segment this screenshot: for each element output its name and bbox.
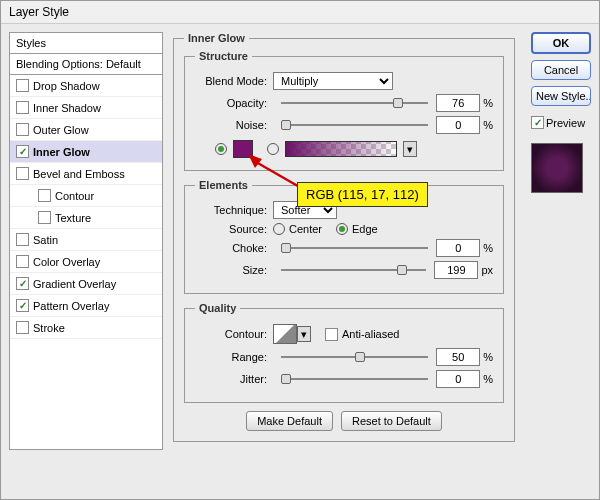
quality-legend: Quality <box>195 302 240 314</box>
anti-aliased-label: Anti-aliased <box>342 328 399 340</box>
range-slider[interactable] <box>281 350 428 364</box>
style-item-checkbox[interactable] <box>16 277 29 290</box>
window-title: Layer Style <box>1 1 599 24</box>
size-input[interactable] <box>434 261 478 279</box>
style-item-label: Bevel and Emboss <box>33 168 125 180</box>
style-item-inner-shadow[interactable]: Inner Shadow <box>10 97 162 119</box>
quality-group: Quality Contour: ▾ Anti-aliased Range: % <box>184 302 504 403</box>
elements-legend: Elements <box>195 179 252 191</box>
source-center-label: Center <box>289 223 322 235</box>
style-item-drop-shadow[interactable]: Drop Shadow <box>10 75 162 97</box>
glow-color-solid-radio[interactable] <box>215 143 227 155</box>
style-item-contour[interactable]: Contour <box>10 185 162 207</box>
annotation-callout: RGB (115, 17, 112) <box>297 182 428 207</box>
choke-label: Choke: <box>195 242 273 254</box>
style-item-pattern-overlay[interactable]: Pattern Overlay <box>10 295 162 317</box>
source-edge-radio[interactable] <box>336 223 348 235</box>
glow-gradient-preview[interactable] <box>285 141 397 157</box>
preview-checkbox[interactable] <box>531 116 544 129</box>
style-item-label: Pattern Overlay <box>33 300 109 312</box>
opacity-label: Opacity: <box>195 97 273 109</box>
preview-thumbnail <box>531 143 583 193</box>
inner-glow-legend: Inner Glow <box>184 32 249 44</box>
style-item-label: Stroke <box>33 322 65 334</box>
jitter-slider[interactable] <box>281 372 428 386</box>
style-item-checkbox[interactable] <box>16 299 29 312</box>
style-item-checkbox[interactable] <box>16 123 29 136</box>
jitter-label: Jitter: <box>195 373 273 385</box>
jitter-unit: % <box>483 373 493 385</box>
anti-aliased-checkbox[interactable] <box>325 328 338 341</box>
inner-glow-fieldset: Inner Glow Structure Blend Mode: Multipl… <box>173 32 515 442</box>
choke-slider[interactable] <box>281 241 428 255</box>
style-item-label: Satin <box>33 234 58 246</box>
source-center-radio[interactable] <box>273 223 285 235</box>
style-item-label: Drop Shadow <box>33 80 100 92</box>
style-item-checkbox[interactable] <box>16 233 29 246</box>
blending-options-row[interactable]: Blending Options: Default <box>10 54 162 75</box>
range-unit: % <box>483 351 493 363</box>
styles-panel: Styles Blending Options: Default Drop Sh… <box>9 32 163 450</box>
style-item-label: Gradient Overlay <box>33 278 116 290</box>
style-item-outer-glow[interactable]: Outer Glow <box>10 119 162 141</box>
style-item-checkbox[interactable] <box>16 145 29 158</box>
new-style-button[interactable]: New Style... <box>531 86 591 106</box>
noise-slider[interactable] <box>281 118 428 132</box>
source-label: Source: <box>195 223 273 235</box>
size-slider[interactable] <box>281 263 426 277</box>
structure-group: Structure Blend Mode: Multiply Opacity: … <box>184 50 504 171</box>
main-panel: Inner Glow Structure Blend Mode: Multipl… <box>173 32 515 450</box>
glow-color-swatch[interactable] <box>233 140 253 158</box>
size-unit: px <box>481 264 493 276</box>
style-item-label: Texture <box>55 212 91 224</box>
range-input[interactable] <box>436 348 480 366</box>
style-item-checkbox[interactable] <box>16 321 29 334</box>
structure-legend: Structure <box>195 50 252 62</box>
style-item-stroke[interactable]: Stroke <box>10 317 162 339</box>
jitter-input[interactable] <box>436 370 480 388</box>
technique-label: Technique: <box>195 204 273 216</box>
style-item-label: Inner Shadow <box>33 102 101 114</box>
style-item-label: Inner Glow <box>33 146 90 158</box>
styles-header[interactable]: Styles <box>10 33 162 54</box>
style-item-texture[interactable]: Texture <box>10 207 162 229</box>
make-default-button[interactable]: Make Default <box>246 411 333 431</box>
blend-mode-label: Blend Mode: <box>195 75 273 87</box>
style-item-label: Contour <box>55 190 94 202</box>
style-item-checkbox[interactable] <box>38 189 51 202</box>
style-item-checkbox[interactable] <box>16 255 29 268</box>
reset-default-button[interactable]: Reset to Default <box>341 411 442 431</box>
style-item-checkbox[interactable] <box>16 167 29 180</box>
choke-input[interactable] <box>436 239 480 257</box>
style-item-satin[interactable]: Satin <box>10 229 162 251</box>
style-item-inner-glow[interactable]: Inner Glow <box>10 141 162 163</box>
choke-unit: % <box>483 242 493 254</box>
style-item-bevel-and-emboss[interactable]: Bevel and Emboss <box>10 163 162 185</box>
contour-dropdown-button[interactable]: ▾ <box>297 326 311 342</box>
source-edge-label: Edge <box>352 223 378 235</box>
layer-style-dialog: Layer Style Styles Blending Options: Def… <box>0 0 600 500</box>
noise-label: Noise: <box>195 119 273 131</box>
style-item-gradient-overlay[interactable]: Gradient Overlay <box>10 273 162 295</box>
style-item-color-overlay[interactable]: Color Overlay <box>10 251 162 273</box>
opacity-unit: % <box>483 97 493 109</box>
glow-color-gradient-radio[interactable] <box>267 143 279 155</box>
blend-mode-select[interactable]: Multiply <box>273 72 393 90</box>
range-label: Range: <box>195 351 273 363</box>
noise-input[interactable] <box>436 116 480 134</box>
cancel-button[interactable]: Cancel <box>531 60 591 80</box>
contour-picker[interactable] <box>273 324 297 344</box>
contour-label: Contour: <box>195 328 273 340</box>
right-column: OK Cancel New Style... Preview <box>531 32 591 450</box>
ok-button[interactable]: OK <box>531 32 591 54</box>
opacity-input[interactable] <box>436 94 480 112</box>
gradient-dropdown-button[interactable]: ▾ <box>403 141 417 157</box>
style-item-checkbox[interactable] <box>16 101 29 114</box>
style-item-checkbox[interactable] <box>38 211 51 224</box>
style-item-label: Outer Glow <box>33 124 89 136</box>
noise-unit: % <box>483 119 493 131</box>
style-item-checkbox[interactable] <box>16 79 29 92</box>
style-item-label: Color Overlay <box>33 256 100 268</box>
opacity-slider[interactable] <box>281 96 428 110</box>
preview-label: Preview <box>546 117 585 129</box>
